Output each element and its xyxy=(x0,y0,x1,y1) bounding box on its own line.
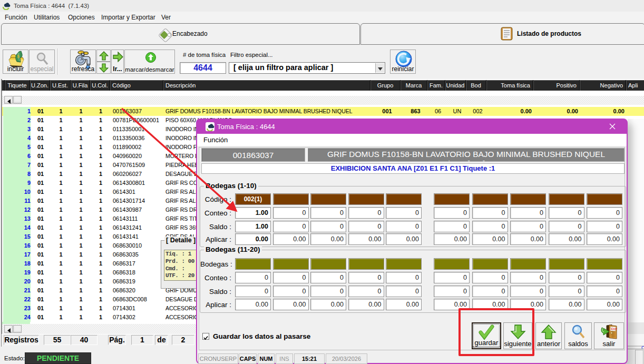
svg-text:$: $ xyxy=(17,54,20,59)
svg-text:EXIT: EXIT xyxy=(611,327,618,331)
